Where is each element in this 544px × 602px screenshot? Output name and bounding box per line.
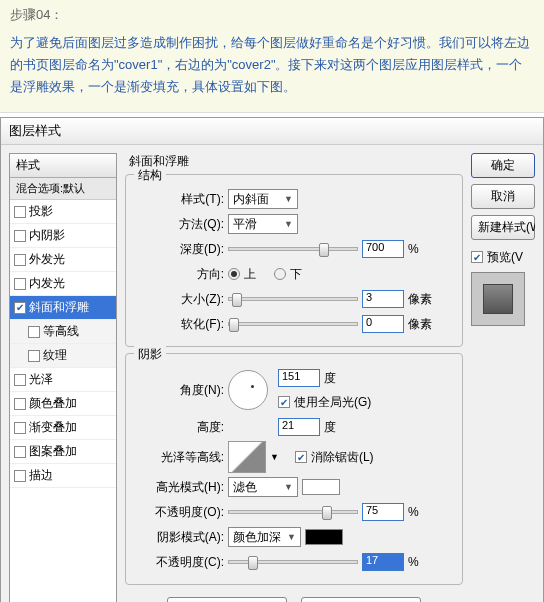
style-label: 光泽	[29, 371, 53, 388]
style-item[interactable]: 光泽	[10, 368, 116, 392]
structure-fieldset: 结构 样式(T): 内斜面▼ 方法(Q): 平滑▼ 深度(D): 700 % 方…	[125, 174, 463, 347]
style-checkbox[interactable]	[14, 374, 26, 386]
highlight-op-label: 不透明度(O):	[134, 504, 224, 521]
method-select[interactable]: 平滑▼	[228, 214, 298, 234]
highlight-mode-select[interactable]: 滤色▼	[228, 477, 298, 497]
shadow-color-swatch[interactable]	[305, 529, 343, 545]
style-checkbox[interactable]	[14, 230, 26, 242]
blend-options-item[interactable]: 混合选项:默认	[10, 178, 116, 200]
shadow-op-input[interactable]: 17	[362, 553, 404, 571]
shadow-title: 阴影	[134, 346, 166, 363]
style-item[interactable]: 纹理	[10, 344, 116, 368]
highlight-op-slider[interactable]	[228, 510, 358, 514]
depth-slider[interactable]	[228, 247, 358, 251]
style-item[interactable]: 内发光	[10, 272, 116, 296]
layer-style-dialog: 图层样式 样式 混合选项:默认 投影内阴影外发光内发光斜面和浮雕等高线纹理光泽颜…	[0, 117, 544, 602]
style-label: 渐变叠加	[29, 419, 77, 436]
size-input[interactable]: 3	[362, 290, 404, 308]
depth-input[interactable]: 700	[362, 240, 404, 258]
altitude-unit: 度	[324, 419, 352, 436]
style-item[interactable]: 描边	[10, 464, 116, 488]
highlight-op-input[interactable]: 75	[362, 503, 404, 521]
size-label: 大小(Z):	[134, 291, 224, 308]
style-label: 等高线	[43, 323, 79, 340]
direction-label: 方向:	[134, 266, 224, 283]
style-checkbox[interactable]	[14, 254, 26, 266]
style-label: 图案叠加	[29, 443, 77, 460]
altitude-label: 高度:	[134, 419, 224, 436]
global-light-checkbox[interactable]	[278, 396, 290, 408]
style-item[interactable]: 颜色叠加	[10, 392, 116, 416]
depth-label: 深度(D):	[134, 241, 224, 258]
style-label: 颜色叠加	[29, 395, 77, 412]
method-label: 方法(Q):	[134, 216, 224, 233]
reset-default-button[interactable]: 复位为默认值	[301, 597, 421, 602]
style-label: 内阴影	[29, 227, 65, 244]
style-checkbox[interactable]	[14, 278, 26, 290]
size-slider[interactable]	[228, 297, 358, 301]
soften-slider[interactable]	[228, 322, 358, 326]
style-label: 样式(T):	[134, 191, 224, 208]
style-checkbox[interactable]	[14, 302, 26, 314]
angle-input[interactable]: 151	[278, 369, 320, 387]
style-checkbox[interactable]	[14, 422, 26, 434]
styles-header[interactable]: 样式	[10, 154, 116, 178]
style-checkbox[interactable]	[14, 206, 26, 218]
style-item[interactable]: 斜面和浮雕	[10, 296, 116, 320]
step-number: 步骤04：	[10, 6, 534, 24]
soften-label: 软化(F):	[134, 316, 224, 333]
styles-list-panel: 样式 混合选项:默认 投影内阴影外发光内发光斜面和浮雕等高线纹理光泽颜色叠加渐变…	[9, 153, 117, 602]
style-item[interactable]: 渐变叠加	[10, 416, 116, 440]
style-checkbox[interactable]	[14, 446, 26, 458]
cancel-button[interactable]: 取消	[471, 184, 535, 209]
style-checkbox[interactable]	[28, 326, 40, 338]
highlight-color-swatch[interactable]	[302, 479, 340, 495]
direction-down-radio[interactable]	[274, 268, 286, 280]
preview-swatch	[471, 272, 525, 326]
altitude-input[interactable]: 21	[278, 418, 320, 436]
style-checkbox[interactable]	[14, 470, 26, 482]
style-item[interactable]: 投影	[10, 200, 116, 224]
preview-checkbox[interactable]	[471, 251, 483, 263]
gloss-label: 光泽等高线:	[134, 449, 224, 466]
style-label: 内发光	[29, 275, 65, 292]
chevron-down-icon: ▼	[284, 194, 293, 204]
bevel-title: 斜面和浮雕	[125, 153, 463, 170]
direction-up-radio[interactable]	[228, 268, 240, 280]
style-label: 投影	[29, 203, 53, 220]
angle-wheel[interactable]	[228, 370, 268, 410]
global-light-label: 使用全局光(G)	[294, 394, 371, 411]
style-checkbox[interactable]	[28, 350, 40, 362]
style-label: 外发光	[29, 251, 65, 268]
style-checkbox[interactable]	[14, 398, 26, 410]
style-item[interactable]: 等高线	[10, 320, 116, 344]
shadow-mode-select[interactable]: 颜色加深▼	[228, 527, 301, 547]
tutorial-block: 步骤04： 为了避免后面图层过多造成制作困扰，给每个图层做好重命名是个好习惯。我…	[0, 0, 544, 113]
style-item[interactable]: 图案叠加	[10, 440, 116, 464]
shadow-op-label: 不透明度(C):	[134, 554, 224, 571]
angle-label: 角度(N):	[134, 382, 224, 399]
set-default-button[interactable]: 设置为默认值	[167, 597, 287, 602]
style-select[interactable]: 内斜面▼	[228, 189, 298, 209]
style-item[interactable]: 内阴影	[10, 224, 116, 248]
depth-unit: %	[408, 242, 436, 256]
bevel-panel: 斜面和浮雕 结构 样式(T): 内斜面▼ 方法(Q): 平滑▼ 深度(D): 7…	[125, 153, 463, 602]
antialias-checkbox[interactable]	[295, 451, 307, 463]
highlight-mode-label: 高光模式(H):	[134, 479, 224, 496]
chevron-down-icon: ▼	[287, 532, 296, 542]
style-item[interactable]: 外发光	[10, 248, 116, 272]
shadow-mode-label: 阴影模式(A):	[134, 529, 224, 546]
preview-label: 预览(V	[487, 249, 523, 266]
style-label: 纹理	[43, 347, 67, 364]
right-buttons-panel: 确定 取消 新建样式(W 预览(V	[471, 153, 535, 602]
shadow-op-slider[interactable]	[228, 560, 358, 564]
ok-button[interactable]: 确定	[471, 153, 535, 178]
structure-title: 结构	[134, 167, 166, 184]
chevron-down-icon: ▼	[284, 219, 293, 229]
gloss-contour-picker[interactable]	[228, 441, 266, 473]
style-label: 斜面和浮雕	[29, 299, 89, 316]
new-style-button[interactable]: 新建样式(W	[471, 215, 535, 240]
chevron-down-icon[interactable]: ▼	[270, 452, 279, 462]
soften-input[interactable]: 0	[362, 315, 404, 333]
highlight-op-unit: %	[408, 505, 436, 519]
